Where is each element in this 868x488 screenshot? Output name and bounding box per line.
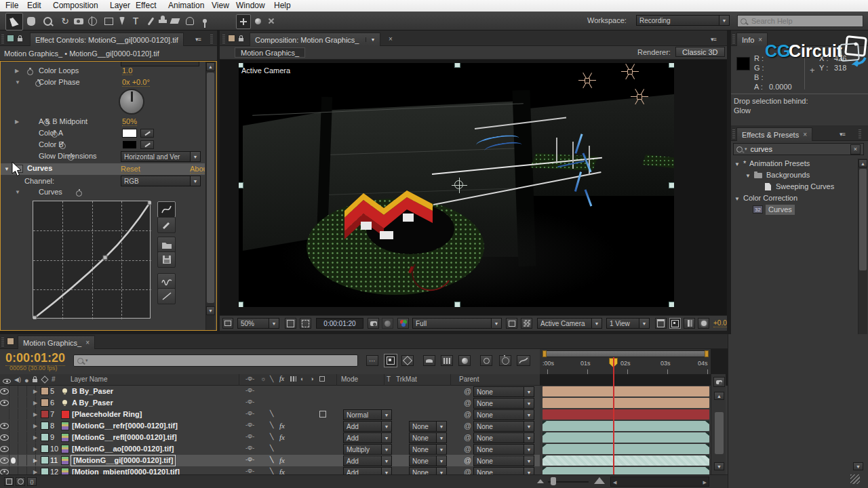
panel-grip[interactable] — [222, 34, 225, 43]
trkmat-dropdown[interactable]: None▼ — [409, 467, 447, 474]
parent-dropdown[interactable]: None▼ — [473, 432, 534, 443]
comp-breadcrumb-button[interactable]: Motion Graphics_ — [235, 47, 305, 58]
visibility-eye-icon[interactable] — [0, 400, 9, 406]
expand-arrow-icon[interactable]: ▶ — [33, 411, 37, 418]
quality-switch[interactable]: ╲ — [270, 445, 273, 451]
unlock-icon[interactable] — [239, 35, 243, 43]
smooth-curve-button[interactable] — [157, 273, 176, 289]
scroll-up-arrow[interactable]: ▲ — [859, 159, 867, 167]
selection-handle[interactable] — [669, 302, 674, 307]
expand-arrow-icon[interactable]: ▶ — [33, 458, 37, 464]
label-color-swatch[interactable] — [41, 399, 49, 407]
stopwatch-icon[interactable] — [76, 190, 82, 197]
mode-dropdown[interactable]: Add▼ — [343, 432, 392, 443]
selection-handle[interactable] — [239, 302, 243, 307]
label-color-swatch[interactable] — [41, 410, 49, 418]
horizontal-scrollbar[interactable]: ◀ ▶ — [610, 476, 709, 487]
eraser-tool[interactable] — [167, 13, 183, 29]
draft-3d-button[interactable] — [401, 355, 414, 366]
menu-edit[interactable]: Edit — [27, 1, 41, 10]
label-color-swatch[interactable] — [41, 387, 49, 395]
shy-switch[interactable]: -Φ- — [245, 445, 254, 451]
preview-timecode[interactable]: 0:00:01:20 — [316, 318, 363, 329]
help-search-box[interactable] — [737, 15, 863, 27]
brainstorm-button[interactable] — [480, 355, 492, 366]
menu-layer[interactable]: Layer — [110, 1, 130, 10]
menu-file[interactable]: File — [5, 1, 18, 10]
expand-arrow-icon[interactable]: ▶ — [33, 400, 37, 406]
solo-cell[interactable] — [18, 455, 27, 466]
solo-cell[interactable] — [18, 443, 27, 454]
stopwatch-icon[interactable] — [27, 69, 33, 75]
curve-line[interactable] — [33, 201, 151, 319]
color-b-eyedropper[interactable] — [140, 140, 154, 149]
collapse-arrow-icon[interactable]: ▼ — [734, 161, 740, 167]
layer-name[interactable]: [Motion_mbient[0000-0120].tif] — [72, 468, 180, 474]
visibility-eye-icon[interactable] — [0, 434, 9, 441]
collapse-arrow-icon[interactable]: ▼ — [734, 196, 740, 202]
work-area-end-handle[interactable] — [705, 350, 709, 357]
color-phase-value[interactable]: 0x +0.0° — [122, 78, 150, 87]
scrollbar-thumb[interactable] — [859, 169, 867, 270]
layer-row-11[interactable]: ▶ 11 [MotionG__gi[0000-0120].tif] -Φ- ╲ … — [0, 455, 540, 467]
selection-handle[interactable] — [239, 182, 243, 188]
work-area-start-handle[interactable] — [542, 350, 547, 357]
menu-help[interactable]: Help — [274, 1, 291, 10]
scrollbar-thumb[interactable] — [207, 73, 214, 303]
time-ruler[interactable]: :00s 01s 02s 03s 04s — [540, 349, 711, 374]
playhead-line[interactable] — [613, 357, 614, 474]
panel-grip[interactable] — [859, 129, 861, 138]
trkmat-dropdown[interactable]: None▼ — [409, 432, 447, 443]
panel-grip[interactable] — [1, 337, 4, 346]
parent-pickwhip-icon[interactable]: @ — [464, 399, 471, 407]
shy-switch[interactable]: -Φ- — [245, 387, 254, 394]
visibility-eye-icon[interactable] — [0, 388, 9, 394]
camera-target-icon[interactable] — [454, 180, 463, 189]
close-icon[interactable]: × — [85, 339, 90, 346]
collapse-arrow-icon[interactable]: ▼ — [4, 166, 9, 172]
shy-switch[interactable]: -Φ- — [245, 422, 254, 428]
layer-duration-bar-selected[interactable] — [542, 455, 709, 466]
parent-dropdown[interactable]: None▼ — [473, 467, 534, 474]
light-wireframe-icon[interactable] — [578, 72, 596, 89]
expand-transfer-controls-button[interactable] — [16, 477, 25, 486]
local-axis-mode-button[interactable] — [236, 14, 251, 29]
curves-reset-link[interactable]: Reset — [121, 165, 140, 174]
parent-pickwhip-icon[interactable]: @ — [464, 433, 471, 441]
trkmat-dropdown[interactable]: None▼ — [409, 455, 447, 466]
solo-dot-icon[interactable] — [11, 458, 16, 464]
parent-dropdown[interactable]: None▼ — [473, 421, 534, 432]
shy-switch[interactable]: -Φ- — [245, 468, 254, 474]
ab-midpoint-value[interactable]: 50% — [122, 117, 137, 126]
parent-dropdown[interactable]: None▼ — [473, 398, 534, 409]
expand-layer-switches-button[interactable] — [4, 477, 14, 486]
trkmat-dropdown[interactable]: None▼ — [409, 421, 447, 432]
channel-dropdown[interactable]: RGB▼ — [121, 176, 201, 186]
parent-pickwhip-icon[interactable]: @ — [464, 410, 471, 418]
parent-dropdown[interactable]: None▼ — [473, 455, 534, 466]
selection-handle[interactable] — [669, 182, 674, 188]
puppet-pin-tool[interactable] — [197, 13, 213, 29]
label-color-swatch[interactable] — [41, 422, 49, 430]
collapse-arrow-icon[interactable]: ▼ — [745, 173, 751, 179]
scroll-left-arrow[interactable]: ◀ — [613, 480, 616, 485]
expand-inout-panes-button[interactable]: {} — [27, 477, 37, 486]
solo-cell[interactable] — [18, 432, 27, 443]
expand-arrow-icon[interactable]: ▶ — [15, 68, 19, 74]
composition-viewport[interactable]: Active Camera — [239, 63, 674, 307]
audio-cell[interactable] — [9, 420, 18, 431]
panel-grip[interactable] — [732, 34, 735, 43]
layer-duration-bar[interactable] — [542, 386, 709, 396]
scroll-up-arrow[interactable]: ▲ — [714, 392, 724, 400]
view-camera-dropdown[interactable]: Active Camera▼ — [537, 318, 602, 329]
tab-info[interactable]: Info× — [736, 33, 768, 46]
menu-view[interactable]: View — [212, 1, 229, 10]
audio-cell[interactable] — [9, 386, 18, 396]
layer-row-10[interactable]: ▶ 10 [MotionG__ao[0000-0120].tif] -Φ- ╲ … — [0, 443, 540, 455]
clipped-dropdown[interactable] — [121, 61, 199, 66]
region-of-interest-corner-button[interactable] — [300, 318, 311, 329]
label-color-swatch[interactable] — [41, 468, 49, 474]
solo-cell[interactable] — [18, 466, 27, 474]
comp-marker-bin-button[interactable] — [713, 377, 725, 387]
close-icon[interactable]: × — [758, 36, 762, 43]
